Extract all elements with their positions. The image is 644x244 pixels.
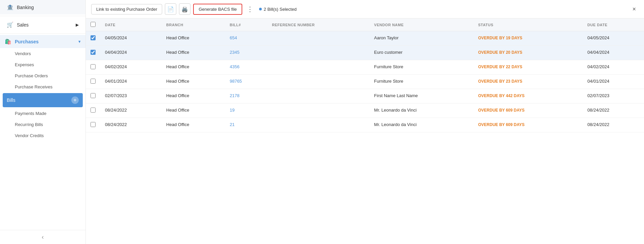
table-row: 04/01/2024 Head Office 98765 Furniture S… — [86, 75, 644, 89]
row-reference — [267, 31, 369, 46]
selected-text: 2 Bill(s) Selected — [264, 7, 297, 12]
bill-link-0[interactable]: 654 — [230, 35, 237, 40]
row-due-date: 04/05/2024 — [583, 31, 644, 46]
row-date: 04/05/2024 — [100, 31, 162, 46]
sidebar-item-bills[interactable]: Bills + — [3, 93, 83, 107]
more-options-button[interactable]: ⋮ — [245, 4, 255, 14]
pdf-icon-button[interactable]: 📄 — [165, 3, 176, 15]
purchases-icon: 🛍️ — [5, 38, 11, 45]
sidebar-item-purchase-receives[interactable]: Purchase Receives — [0, 81, 85, 92]
bills-table-container: DATE BRANCH BILL# REFERENCE NUMBER VENDO… — [86, 18, 644, 244]
close-button[interactable]: × — [630, 4, 639, 14]
bill-link-2[interactable]: 4356 — [230, 64, 240, 69]
row-date: 04/02/2024 — [100, 60, 162, 75]
row-bill[interactable]: 98765 — [225, 75, 267, 89]
row-reference — [267, 60, 369, 75]
row-checkbox-0[interactable] — [91, 35, 96, 40]
link-purchase-order-button[interactable]: Link to existing Purchase Order — [91, 4, 162, 14]
more-options-icon: ⋮ — [247, 5, 253, 13]
table-row: 02/07/2023 Head Office 2178 First Name L… — [86, 89, 644, 104]
row-bill[interactable]: 2178 — [225, 89, 267, 104]
row-checkbox-4[interactable] — [91, 93, 96, 98]
row-branch: Head Office — [162, 60, 225, 75]
row-branch: Head Office — [162, 89, 225, 104]
row-due-date: 04/02/2024 — [583, 60, 644, 75]
th-date: DATE — [100, 18, 162, 31]
th-vendor: VENDOR NAME — [369, 18, 473, 31]
th-branch: BRANCH — [162, 18, 225, 31]
banking-icon: 🏦 — [7, 4, 13, 10]
bills-add-button[interactable]: + — [71, 96, 79, 104]
row-date: 04/01/2024 — [100, 75, 162, 89]
row-checkbox-1[interactable] — [91, 50, 96, 55]
row-due-date: 08/24/2022 — [583, 104, 644, 118]
bill-link-4[interactable]: 2178 — [230, 93, 240, 98]
bill-link-1[interactable]: 2345 — [230, 50, 240, 55]
sidebar-item-banking[interactable]: 🏦 Banking — [0, 0, 85, 14]
sidebar-banking-label: Banking — [17, 5, 79, 10]
row-branch: Head Office — [162, 46, 225, 60]
row-bill[interactable]: 2345 — [225, 46, 267, 60]
bill-link-3[interactable]: 98765 — [230, 79, 242, 84]
row-date: 02/07/2023 — [100, 89, 162, 104]
row-reference — [267, 89, 369, 104]
row-status: OVERDUE BY 19 DAYS — [473, 31, 583, 46]
sidebar-item-purchases[interactable]: 🛍️ Purchases ▾ — [0, 35, 85, 48]
status-badge-6: OVERDUE BY 609 DAYS — [478, 122, 525, 127]
row-vendor: Aaron Taylor — [369, 31, 473, 46]
row-checkbox-5[interactable] — [91, 108, 96, 113]
row-branch: Head Office — [162, 118, 225, 132]
row-status: OVERDUE BY 442 DAYS — [473, 89, 583, 104]
row-reference — [267, 104, 369, 118]
sidebar-item-payments-made[interactable]: Payments Made — [0, 108, 85, 119]
purchases-collapse-icon: ▾ — [78, 39, 81, 44]
bill-link-6[interactable]: 21 — [230, 122, 235, 127]
row-due-date: 04/01/2024 — [583, 75, 644, 89]
th-bill: BILL# — [225, 18, 267, 31]
selected-dot — [259, 8, 262, 10]
row-due-date: 04/04/2024 — [583, 46, 644, 60]
row-status: OVERDUE BY 609 DAYS — [473, 104, 583, 118]
collapse-icon: ‹ — [42, 234, 44, 241]
sidebar-item-recurring-bills[interactable]: Recurring Bills — [0, 119, 85, 130]
sidebar: 🏦 Banking 🛒 Sales ▶ 🛍️ Purchases ▾ Vendo… — [0, 0, 86, 244]
row-reference — [267, 118, 369, 132]
table-row: 08/24/2022 Head Office 19 Mr. Leonardo d… — [86, 104, 644, 118]
row-status: OVERDUE BY 22 DAYS — [473, 60, 583, 75]
row-bill[interactable]: 19 — [225, 104, 267, 118]
table-row: 04/05/2024 Head Office 654 Aaron Taylor … — [86, 31, 644, 46]
sidebar-collapse-button[interactable]: ‹ — [0, 230, 85, 244]
status-badge-3: OVERDUE BY 23 DAYS — [478, 79, 522, 84]
table-header-row: DATE BRANCH BILL# REFERENCE NUMBER VENDO… — [86, 18, 644, 31]
row-checkbox-3[interactable] — [91, 79, 96, 84]
sidebar-item-sales[interactable]: 🛒 Sales ▶ — [0, 17, 85, 32]
row-status: OVERDUE BY 20 DAYS — [473, 46, 583, 60]
table-row: 04/02/2024 Head Office 4356 Furniture St… — [86, 60, 644, 75]
sales-expand-icon: ▶ — [76, 23, 79, 27]
row-bill[interactable]: 4356 — [225, 60, 267, 75]
sidebar-item-purchase-orders[interactable]: Purchase Orders — [0, 70, 85, 81]
status-badge-0: OVERDUE BY 19 DAYS — [478, 36, 522, 40]
row-due-date: 08/24/2022 — [583, 118, 644, 132]
row-status: OVERDUE BY 23 DAYS — [473, 75, 583, 89]
select-all-checkbox[interactable] — [91, 22, 96, 27]
status-badge-1: OVERDUE BY 20 DAYS — [478, 50, 522, 55]
row-branch: Head Office — [162, 104, 225, 118]
print-icon-button[interactable]: 🖨️ — [179, 3, 190, 15]
row-checkbox-2[interactable] — [91, 64, 96, 69]
row-checkbox-6[interactable] — [91, 122, 96, 127]
bill-link-5[interactable]: 19 — [230, 108, 235, 113]
sidebar-item-expenses[interactable]: Expenses — [0, 59, 85, 70]
row-checkbox-cell — [86, 60, 100, 75]
row-date: 08/24/2022 — [100, 104, 162, 118]
row-bill[interactable]: 654 — [225, 31, 267, 46]
row-checkbox-cell — [86, 46, 100, 60]
th-status: STATUS — [473, 18, 583, 31]
generate-bacs-button[interactable]: Generate BACS file — [193, 4, 242, 15]
row-checkbox-cell — [86, 31, 100, 46]
generate-bacs-label: Generate BACS file — [199, 7, 237, 12]
sidebar-item-vendors[interactable]: Vendors — [0, 48, 85, 59]
row-bill[interactable]: 21 — [225, 118, 267, 132]
row-checkbox-cell — [86, 89, 100, 104]
sidebar-item-vendor-credits[interactable]: Vendor Credits — [0, 130, 85, 141]
